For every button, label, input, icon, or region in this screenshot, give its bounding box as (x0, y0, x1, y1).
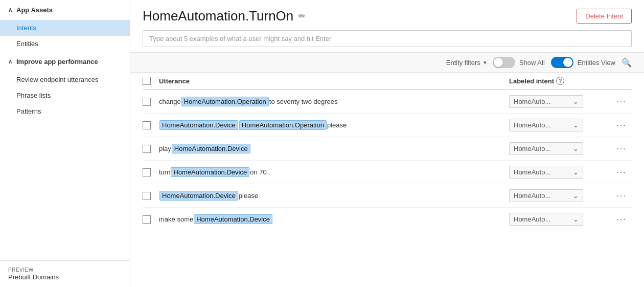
row-check-col (143, 98, 159, 106)
search-icon[interactable]: 🔍 (622, 58, 632, 68)
sidebar-item-patterns[interactable]: Patterns (0, 103, 130, 119)
prebuilt-domains-label: Prebuilt Domains (8, 273, 59, 281)
chevron-icon: ∧ (8, 7, 12, 13)
more-options-button[interactable]: ··· (616, 144, 626, 153)
labeled-intent-value: HomeAuto... (514, 168, 550, 176)
table-row: make some HomeAutomation.DeviceHomeAuto.… (143, 208, 632, 231)
row-checkbox[interactable] (143, 192, 151, 200)
row-utterance: make some HomeAutomation.Device (159, 214, 509, 224)
entity-tag[interactable]: HomeAutomation.Operation (239, 120, 327, 130)
delete-intent-button[interactable]: Delete Intent (577, 9, 632, 24)
chevron-down-icon: ▾ (484, 59, 487, 66)
labeled-intent-dropdown[interactable]: HomeAuto...⌄ (509, 95, 583, 108)
show-all-label: Show All (519, 59, 545, 67)
entity-tag[interactable]: HomeAutomation.Device (159, 120, 238, 130)
row-actions-col: ··· (611, 97, 632, 106)
more-options-button[interactable]: ··· (616, 97, 626, 106)
dropdown-chevron-icon: ⌄ (573, 192, 579, 200)
row-labeled-col: HomeAuto...⌄ (509, 119, 611, 131)
entities-view-toggle[interactable] (551, 57, 573, 68)
row-labeled-col: HomeAuto...⌄ (509, 166, 611, 179)
row-utterance: change HomeAutomation.Operation to seven… (159, 97, 509, 106)
utterance-column-header: Utterance (159, 77, 509, 85)
more-options-button[interactable]: ··· (616, 215, 626, 224)
more-options-button[interactable]: ··· (616, 168, 626, 177)
entity-tag[interactable]: HomeAutomation.Device (159, 191, 238, 201)
sidebar-item-review[interactable]: Review endpoint utterances (0, 72, 130, 87)
labeled-intent-value: HomeAuto... (514, 121, 550, 129)
help-icon[interactable]: ? (556, 77, 564, 85)
row-labeled-col: HomeAuto...⌄ (509, 213, 611, 226)
row-checkbox[interactable] (143, 98, 151, 106)
labeled-intent-column-header: Labeled intent ? (509, 77, 611, 85)
labeled-intent-value: HomeAuto... (514, 98, 550, 105)
utterance-text: to seventy two degrees (269, 98, 338, 105)
dropdown-chevron-icon: ⌄ (573, 98, 579, 105)
table-rows: change HomeAutomation.Operation to seven… (143, 90, 632, 231)
utterance-text: please (239, 192, 258, 200)
sidebar-section-label: App Assets (16, 6, 53, 14)
utterance-search-input[interactable]: Type about 5 examples of what a user mig… (143, 30, 632, 47)
select-all-checkbox[interactable] (143, 77, 151, 85)
row-check-col (143, 192, 159, 200)
sidebar-section-label-2: Improve app performance (16, 58, 98, 65)
row-checkbox[interactable] (143, 168, 151, 176)
main-header: HomeAutomation.TurnOn ✏ Delete Intent (130, 0, 644, 30)
utterance-text: change (159, 98, 181, 105)
row-check-col (143, 145, 159, 153)
utterance-text: turn (159, 168, 170, 176)
row-checkbox[interactable] (143, 215, 151, 224)
row-actions-col: ··· (611, 121, 632, 130)
row-check-col (143, 168, 159, 176)
dropdown-chevron-icon: ⌄ (573, 121, 579, 129)
sidebar: ∧ App Assets Intents Entities ∧ Improve … (0, 0, 130, 287)
sidebar-item-intents[interactable]: Intents (0, 20, 130, 36)
row-checkbox[interactable] (143, 121, 151, 129)
entity-filters-button[interactable]: Entity filters ▾ (446, 59, 487, 67)
utterance-text: make some (159, 215, 193, 223)
preview-label: PREVIEW (8, 267, 122, 273)
row-utterance: HomeAutomation.Device please (159, 191, 509, 201)
labeled-intent-value: HomeAuto... (514, 145, 550, 152)
show-all-toggle-group: Show All (493, 57, 545, 68)
entities-view-label: Entities View (578, 59, 615, 67)
sidebar-item-entities[interactable]: Entities (0, 36, 130, 52)
entity-tag[interactable]: HomeAutomation.Device (194, 214, 272, 224)
row-checkbox[interactable] (143, 145, 151, 153)
edit-icon[interactable]: ✏ (298, 11, 305, 21)
dropdown-chevron-icon: ⌄ (573, 145, 579, 152)
labeled-intent-dropdown[interactable]: HomeAuto...⌄ (509, 142, 583, 155)
row-labeled-col: HomeAuto...⌄ (509, 142, 611, 155)
row-actions-col: ··· (611, 215, 632, 224)
toolbar: Entity filters ▾ Show All Entities View … (130, 52, 644, 73)
labeled-intent-value: HomeAuto... (514, 192, 550, 200)
dropdown-chevron-icon: ⌄ (573, 168, 579, 176)
row-utterance: HomeAutomation.Device HomeAutomation.Ope… (159, 120, 509, 130)
sidebar-section-app-assets[interactable]: ∧ App Assets (0, 0, 130, 20)
utterance-text: on 70 . (250, 168, 270, 176)
utterances-table: Utterance Labeled intent ? change HomeAu… (130, 73, 644, 287)
row-check-col (143, 121, 159, 129)
table-row: HomeAutomation.Device pleaseHomeAuto...⌄… (143, 184, 632, 208)
entity-filters-label: Entity filters (446, 59, 480, 67)
show-all-toggle[interactable] (493, 57, 515, 68)
labeled-intent-dropdown[interactable]: HomeAuto...⌄ (509, 119, 583, 131)
utterance-text: please (327, 121, 347, 129)
more-options-button[interactable]: ··· (616, 121, 626, 130)
labeled-intent-dropdown[interactable]: HomeAuto...⌄ (509, 213, 583, 226)
sidebar-item-phrase-lists[interactable]: Phrase lists (0, 87, 130, 103)
entity-tag[interactable]: HomeAutomation.Operation (181, 97, 269, 106)
entity-tag[interactable]: HomeAutomation.Device (172, 144, 250, 153)
labeled-intent-dropdown[interactable]: HomeAuto...⌄ (509, 189, 583, 202)
entity-tag[interactable]: HomeAutomation.Device (171, 167, 249, 177)
sidebar-section-improve[interactable]: ∧ Improve app performance (0, 52, 130, 72)
labeled-intent-dropdown[interactable]: HomeAuto...⌄ (509, 166, 583, 179)
row-utterance: play HomeAutomation.Device (159, 144, 509, 153)
table-row: play HomeAutomation.DeviceHomeAuto...⌄··… (143, 137, 632, 161)
table-row: change HomeAutomation.Operation to seven… (143, 90, 632, 114)
labeled-intent-value: HomeAuto... (514, 215, 550, 223)
more-options-button[interactable]: ··· (616, 191, 626, 201)
sidebar-bottom: PREVIEW Prebuilt Domains (0, 260, 130, 287)
chevron-icon-2: ∧ (8, 58, 12, 65)
intent-name: HomeAutomation.TurnOn (143, 8, 293, 24)
